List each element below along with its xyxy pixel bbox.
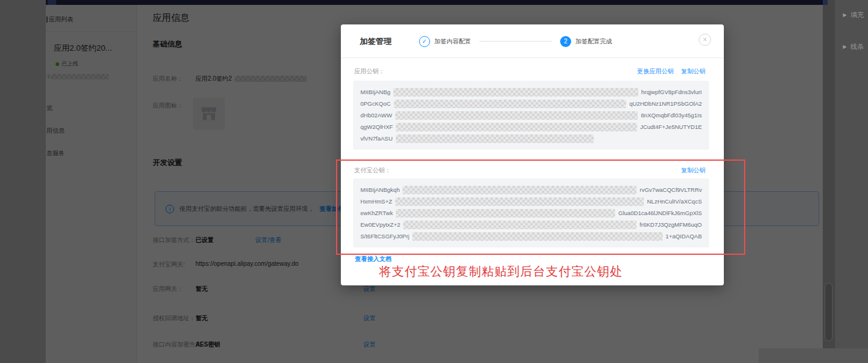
close-icon[interactable]: × (699, 34, 711, 46)
step1-check-icon: ✓ (419, 36, 430, 47)
editor-canvas: 应用列表 应用2.0签约20... 已上线 2 览 用信息 息服务 应用信息 基… (0, 0, 868, 363)
panel-item-line-label: 线条 (850, 42, 864, 51)
app-public-key-box: MIIBIjANBghrqjwpfGV8pFdns3vlurI 0PGcKQoC… (353, 81, 709, 150)
red-annotation-text: 将支付宝公钥复制粘贴到后台支付宝公钥处 (305, 263, 696, 280)
key-blur (396, 123, 637, 131)
editor-bottom-right-box (759, 348, 868, 363)
panel-item-line[interactable]: ▶ 线条 (843, 42, 864, 51)
step1-label: 加签内容配置 (434, 37, 471, 46)
key-blur (394, 100, 627, 108)
key-text: qgW2QlHXF (360, 123, 393, 130)
key-blur (393, 88, 638, 97)
key-text: qU2HDbNz1NR1PSbGOlA2 (629, 100, 702, 107)
key-text: 0PGcKQoC (360, 100, 391, 107)
app-public-key-label: 应用公钥： (354, 67, 385, 76)
key-text: vlVN7faASU (360, 135, 393, 142)
key-text: JCudt4F+Je5NUTYD1E (640, 123, 702, 130)
chevron-right-icon: ▶ (843, 44, 847, 50)
editor-right-panel: ▶ 填充 ▶ 线条 (835, 0, 868, 363)
step-connector (480, 41, 552, 42)
copy-app-key-link[interactable]: 复制公钥 (681, 67, 706, 76)
key-text: MIIBIjANBg (360, 89, 390, 95)
panel-item-fill[interactable]: ▶ 填充 (843, 10, 864, 20)
step2-label: 加签配置完成 (575, 37, 612, 46)
chevron-right-icon: ▶ (843, 12, 847, 18)
app-public-key-row: 应用公钥： 更换应用公钥 复制公钥 (354, 67, 706, 76)
view-docs-link[interactable]: 查看接入文档 (355, 255, 392, 263)
key-text: 8nXQmqbFdl03y45g1Is (641, 112, 702, 119)
panel-item-fill-label: 填充 (850, 10, 864, 20)
step2-number: 2 (560, 36, 571, 47)
editor-scrollbar-gutter (823, 0, 835, 363)
modal-header: 加签管理 ✓ 加签内容配置 2 加签配置完成 × (341, 24, 724, 58)
key-text: hrqjwpfGV8pFdns3vlurI (641, 89, 702, 95)
scrollbar-thumb[interactable] (825, 283, 833, 341)
step-indicator: ✓ 加签内容配置 2 加签配置完成 (419, 24, 612, 58)
key-blur (396, 134, 594, 143)
topbar-extension (823, 0, 828, 5)
red-highlight-rect (336, 160, 745, 255)
key-blur (395, 111, 638, 120)
key-text: dHb02AWW (360, 112, 392, 119)
replace-app-key-link[interactable]: 更换应用公钥 (637, 67, 674, 76)
modal-title: 加签管理 (360, 36, 392, 47)
